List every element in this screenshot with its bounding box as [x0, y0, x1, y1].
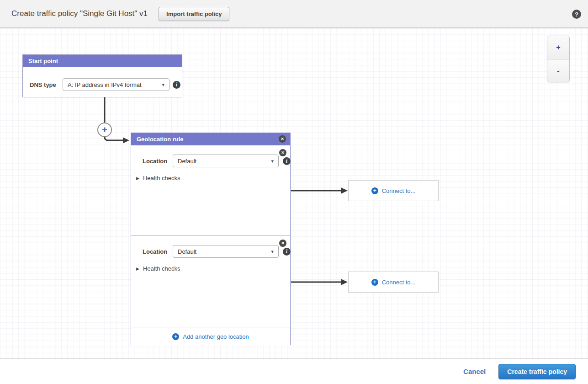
plus-circle-icon: +	[371, 187, 378, 194]
chevron-down-icon: ▾	[162, 82, 164, 88]
cancel-button[interactable]: Cancel	[463, 368, 486, 375]
connect-to-label: Connect to...	[382, 279, 416, 286]
location-select[interactable]: Default ▾	[173, 245, 279, 258]
page-title: Create traffic policy "Single Git Host" …	[11, 9, 148, 18]
location-label: Location	[143, 158, 173, 165]
help-icon[interactable]: ?	[572, 10, 581, 19]
plus-circle-icon: +	[172, 333, 179, 340]
create-traffic-policy-button[interactable]: Create traffic policy	[498, 364, 576, 379]
policy-canvas: + - Start point DNS type A: IP address i…	[0, 28, 588, 359]
connect-to-label: Connect to...	[382, 187, 416, 194]
dns-type-info-icon[interactable]: i	[173, 81, 180, 89]
disclosure-triangle-icon: ▶	[136, 267, 139, 271]
location-select[interactable]: Default ▾	[173, 155, 279, 167]
location-label: Location	[143, 248, 173, 255]
location-row: Location Default ▾ i	[143, 155, 291, 167]
connect-to-button[interactable]: + Connect to...	[348, 180, 439, 201]
close-rule-icon[interactable]: ✕	[279, 135, 286, 143]
dns-type-selected-value: A: IP address in IPv4 format	[68, 81, 142, 88]
health-checks-label: Health checks	[143, 175, 180, 181]
start-point-title: Start point	[28, 58, 58, 64]
add-rule-plus-icon[interactable]: +	[97, 123, 112, 137]
chevron-down-icon: ▾	[271, 249, 274, 255]
geo-location-section: ✕ Location Default ▾ i ▶ Health checks	[131, 145, 290, 236]
geolocation-rule-title: Geolocation rule	[137, 136, 184, 143]
location-info-icon[interactable]: i	[283, 248, 291, 256]
dns-type-label: DNS type	[30, 81, 63, 88]
action-footer: Cancel Create traffic policy	[0, 359, 588, 384]
health-checks-toggle[interactable]: ▶ Health checks	[136, 175, 180, 181]
top-bar: Create traffic policy "Single Git Host" …	[0, 0, 588, 28]
disclosure-triangle-icon: ▶	[136, 176, 139, 181]
geolocation-rule-box: Geolocation rule ✕ ✕ Location Default ▾ …	[131, 133, 291, 345]
location-info-icon[interactable]: i	[283, 157, 291, 165]
chevron-down-icon: ▾	[271, 158, 274, 164]
add-geo-location-button[interactable]: + Add another geo location	[131, 327, 290, 346]
plus-circle-icon: +	[371, 279, 378, 286]
add-geo-location-label: Add another geo location	[183, 333, 249, 340]
zoom-out-button[interactable]: -	[547, 59, 569, 82]
geo-location-section: ✕ Location Default ▾ i ▶ Health checks	[131, 236, 290, 327]
location-selected-value: Default	[178, 248, 196, 255]
start-point-header: Start point	[23, 55, 182, 67]
zoom-control: + -	[547, 36, 570, 82]
location-row: Location Default ▾ i	[143, 245, 291, 258]
dns-type-select[interactable]: A: IP address in IPv4 format ▾	[63, 78, 170, 91]
dns-type-row: DNS type A: IP address in IPv4 format ▾ …	[30, 78, 180, 91]
start-point-box: Start point DNS type A: IP address in IP…	[22, 54, 182, 97]
health-checks-toggle[interactable]: ▶ Health checks	[136, 265, 180, 272]
zoom-in-button[interactable]: +	[547, 36, 569, 59]
health-checks-label: Health checks	[143, 265, 180, 272]
import-traffic-policy-button[interactable]: Import traffic policy	[159, 7, 229, 21]
location-selected-value: Default	[178, 158, 196, 165]
geolocation-rule-header: Geolocation rule ✕	[131, 133, 290, 145]
connect-to-button[interactable]: + Connect to...	[348, 272, 439, 293]
